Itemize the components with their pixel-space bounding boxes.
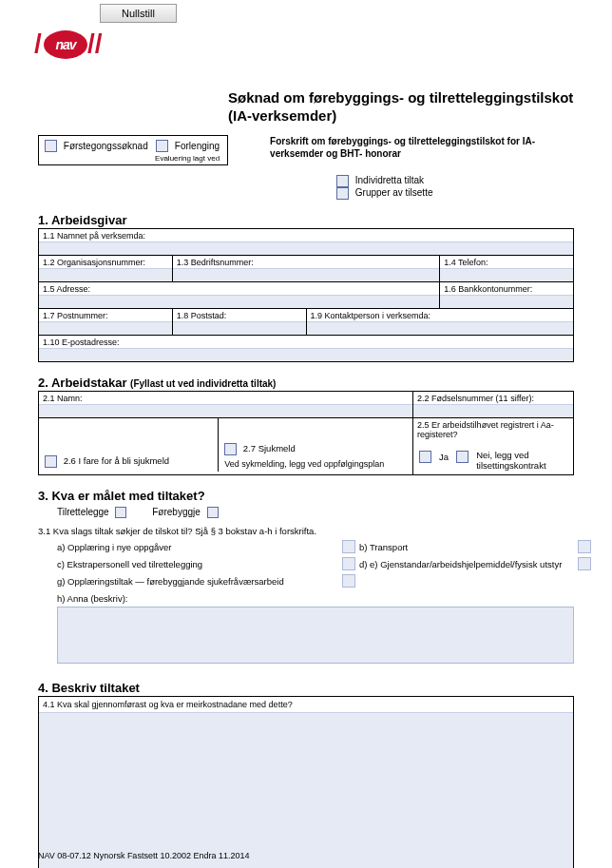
field-3-1-label: 3.1 Kva slags tiltak søkjer de tilskot t… xyxy=(38,526,574,536)
form-footer: NAV 08-07.12 Nynorsk Fastsett 10.2002 En… xyxy=(38,851,249,860)
logo-text: nav xyxy=(55,37,75,52)
option-forebyggje-label: Førebyggje xyxy=(152,507,201,517)
field-2-5-label: 2.5 Er arbeidstilhøvet registrert i Aa-r… xyxy=(413,418,573,445)
field-2-7-label: 2.7 Sjukmeld xyxy=(243,443,296,453)
field-1-4-label: 1.4 Telefon: xyxy=(440,256,573,268)
field-4-1-label: 4.1 Kva skal gjennomførast og kva er mei… xyxy=(39,697,573,712)
option-3g-checkbox[interactable] xyxy=(342,574,355,588)
section-3-heading: 3. Kva er målet med tiltaket? xyxy=(38,489,574,503)
option-tilrettelegge-checkbox[interactable] xyxy=(115,507,126,518)
field-2-5-yes-label: Ja xyxy=(439,452,449,462)
section-1-heading: 1. Arbeidsgivar xyxy=(38,213,574,227)
field-1-3-label: 1.3 Bedriftsnummer: xyxy=(173,256,440,268)
individual-measure-label: Individretta tiltak xyxy=(355,175,424,185)
field-1-1-label: 1.1 Namnet på verksemda: xyxy=(39,229,573,241)
application-type-box: Førstegongssøknad Forlenging Evaluering … xyxy=(38,135,228,166)
option-3c-label: c) Ekstrapersonell ved tilrettelegging xyxy=(57,559,342,569)
nav-logo: / nav // xyxy=(38,25,105,67)
field-1-6-label: 1.6 Bankkontonummer: xyxy=(440,282,573,295)
field-1-5-label: 1.5 Adresse: xyxy=(39,282,439,295)
field-1-4-input[interactable] xyxy=(440,268,573,281)
section-2-heading-main: 2. Arbeidstakar xyxy=(38,376,126,390)
section-2-heading-sub: (Fyllast ut ved individretta tiltak) xyxy=(130,378,276,389)
page-title: Søknad om førebyggings- og tilretteleggi… xyxy=(228,89,574,125)
field-2-7-checkbox[interactable] xyxy=(224,443,237,455)
field-2-5-no-checkbox[interactable] xyxy=(456,451,469,463)
first-application-label: Førstegongssøknad xyxy=(64,140,148,150)
field-1-2-input[interactable] xyxy=(39,268,172,281)
option-tilrettelegge-label: Tilrettelegge xyxy=(57,507,109,517)
extension-checkbox[interactable] xyxy=(156,140,168,152)
section-2-table: 2.1 Namn: 2.2 Fødselsnummer (11 siffer):… xyxy=(38,391,574,475)
section-2-heading: 2. Arbeidstakar (Fyllast ut ved individr… xyxy=(38,376,574,390)
regulation-subtitle: Forskrift om førebyggings- og tilrettele… xyxy=(270,135,536,160)
evaluation-note: Evaluering lagt ved xyxy=(45,154,220,164)
field-1-10-label: 1.10 E-postadresse: xyxy=(39,336,573,348)
option-3g-label: g) Opplæringstiltak — førebyggjande sjuk… xyxy=(57,576,342,587)
option-3a-label: a) Opplæring i nye oppgåver xyxy=(57,542,342,552)
field-1-8-input[interactable] xyxy=(173,321,306,335)
field-1-7-input[interactable] xyxy=(39,321,172,335)
option-3h-textarea[interactable] xyxy=(57,607,574,664)
field-1-9-input[interactable] xyxy=(307,321,574,335)
section-1-table: 1.1 Namnet på verksemda: 1.2 Organisasjo… xyxy=(38,228,574,362)
field-1-9-label: 1.9 Kontaktperson i verksemda: xyxy=(307,309,574,321)
extension-label: Forlenging xyxy=(175,140,220,150)
field-2-1-label: 2.1 Namn: xyxy=(39,392,412,404)
option-3de-label: d) e) Gjenstandar/arbeidshjelpemiddel/fy… xyxy=(359,559,578,569)
field-2-2-input[interactable] xyxy=(413,404,573,417)
first-application-checkbox[interactable] xyxy=(45,140,57,152)
field-1-3-input[interactable] xyxy=(173,268,440,281)
reset-button[interactable]: Nullstill xyxy=(100,4,177,23)
option-3b-checkbox[interactable] xyxy=(578,540,591,553)
field-2-6-label: 2.6 I fare for å bli sjukmeld xyxy=(64,455,169,466)
field-2-1-input[interactable] xyxy=(39,404,412,417)
option-3b-label: b) Transport xyxy=(359,542,578,552)
group-measure-label: Grupper av tilsette xyxy=(355,187,433,198)
option-3a-checkbox[interactable] xyxy=(342,540,355,553)
field-4-1-textarea[interactable] xyxy=(39,712,573,868)
individual-measure-checkbox[interactable] xyxy=(336,175,349,187)
field-1-8-label: 1.8 Poststad: xyxy=(173,309,306,321)
option-3c-checkbox[interactable] xyxy=(342,557,355,570)
section-4-heading: 4. Beskriv tiltaket xyxy=(38,681,574,695)
field-2-7-note: Ved sykmelding, legg ved oppfølgingsplan xyxy=(219,459,412,472)
field-1-10-input[interactable] xyxy=(39,348,573,361)
option-3de-checkbox[interactable] xyxy=(578,557,591,570)
field-1-1-input[interactable] xyxy=(39,241,573,255)
field-1-5-input[interactable] xyxy=(39,295,439,308)
group-measure-checkbox[interactable] xyxy=(336,187,349,200)
field-1-7-label: 1.7 Postnummer: xyxy=(39,309,172,321)
field-1-2-label: 1.2 Organisasjonsnummer: xyxy=(39,256,172,268)
field-2-2-label: 2.2 Fødselsnummer (11 siffer): xyxy=(413,392,573,404)
field-2-5-no-label: Nei, legg ved tilsettingskontrakt xyxy=(476,451,562,471)
field-2-5-yes-checkbox[interactable] xyxy=(419,451,431,463)
section-4-box: 4.1 Kva skal gjennomførast og kva er mei… xyxy=(38,696,574,868)
option-forebyggje-checkbox[interactable] xyxy=(207,507,219,518)
option-3h-label: h) Anna (beskriv): xyxy=(57,593,574,604)
field-1-6-input[interactable] xyxy=(440,295,573,308)
field-2-6-checkbox[interactable] xyxy=(45,455,57,468)
